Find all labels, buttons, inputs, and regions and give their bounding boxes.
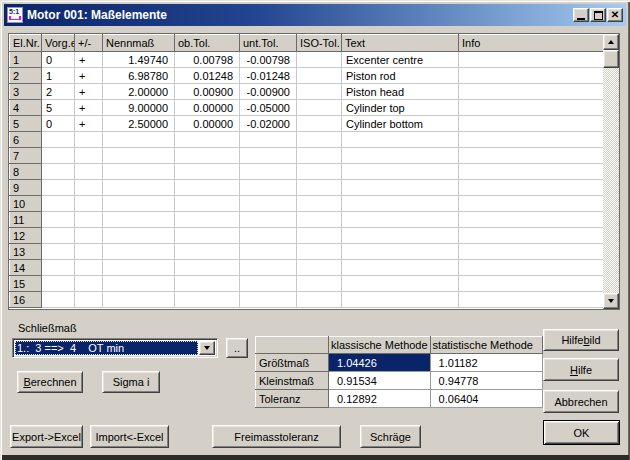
grid-cell[interactable] xyxy=(75,276,103,292)
grid-cell[interactable] xyxy=(342,196,459,212)
grid-cell[interactable]: -0.02000 xyxy=(240,116,297,132)
grid-cell[interactable] xyxy=(175,212,240,228)
grid-cell[interactable]: 0.00798 xyxy=(175,52,240,68)
grid-cell[interactable]: -0.01248 xyxy=(240,68,297,84)
grid-cell[interactable]: -0.00900 xyxy=(240,84,297,100)
grid-cell[interactable] xyxy=(103,148,175,164)
grid-cell[interactable] xyxy=(297,180,342,196)
grid-cell[interactable] xyxy=(175,196,240,212)
column-header[interactable]: +/- xyxy=(75,35,103,52)
row-number-cell[interactable]: 14 xyxy=(10,260,42,276)
row-number-cell[interactable]: 5 xyxy=(10,116,42,132)
grid-cell[interactable]: Piston head xyxy=(342,84,459,100)
grid-cell[interactable] xyxy=(75,228,103,244)
grid-cell[interactable] xyxy=(42,228,75,244)
schraege-button[interactable]: Schräge xyxy=(360,425,421,448)
grid-cell[interactable] xyxy=(297,244,342,260)
results-value-cell[interactable]: 1.04426 xyxy=(329,354,431,372)
grid-cell[interactable]: 5 xyxy=(42,100,75,116)
column-header[interactable]: Vorg.el. xyxy=(42,35,75,52)
results-value-cell[interactable]: 0.94778 xyxy=(430,372,542,390)
grid-cell[interactable] xyxy=(297,132,342,148)
grid-cell[interactable] xyxy=(342,228,459,244)
grid-cell[interactable] xyxy=(103,260,175,276)
grid-cell[interactable] xyxy=(42,164,75,180)
grid-cell[interactable] xyxy=(103,212,175,228)
grid-cell[interactable] xyxy=(42,212,75,228)
scroll-up-button[interactable] xyxy=(603,34,619,50)
grid-cell[interactable]: 2 xyxy=(42,84,75,100)
grid-cell[interactable] xyxy=(297,100,342,116)
grid-cell[interactable] xyxy=(342,260,459,276)
scrollbar-track[interactable] xyxy=(603,68,619,293)
scrollbar-thumb[interactable] xyxy=(603,50,619,68)
grid-cell[interactable] xyxy=(297,52,342,68)
grid-cell[interactable] xyxy=(42,132,75,148)
grid-cell[interactable] xyxy=(103,132,175,148)
grid-cell[interactable]: 6.98780 xyxy=(103,68,175,84)
grid-cell[interactable] xyxy=(240,132,297,148)
grid-cell[interactable] xyxy=(42,180,75,196)
ok-button[interactable]: OK xyxy=(543,420,620,445)
grid-cell[interactable] xyxy=(342,276,459,292)
grid-cell[interactable] xyxy=(103,292,175,308)
grid-cell[interactable] xyxy=(175,180,240,196)
grid-cell[interactable] xyxy=(75,260,103,276)
grid-cell[interactable] xyxy=(342,292,459,308)
grid-cell[interactable]: 0 xyxy=(42,52,75,68)
grid-cell[interactable]: Cylinder bottom xyxy=(342,116,459,132)
row-number-cell[interactable]: 2 xyxy=(10,68,42,84)
grid-cell[interactable]: 0.00000 xyxy=(175,116,240,132)
grid-cell[interactable]: + xyxy=(75,84,103,100)
grid-cell[interactable] xyxy=(240,180,297,196)
grid-cell[interactable] xyxy=(42,244,75,260)
grid-cell[interactable]: 2.00000 xyxy=(103,84,175,100)
grid-cell[interactable] xyxy=(175,260,240,276)
grid-cell[interactable] xyxy=(75,212,103,228)
grid-cell[interactable] xyxy=(240,196,297,212)
grid-cell[interactable] xyxy=(75,196,103,212)
grid-cell[interactable] xyxy=(297,228,342,244)
freimasstoleranz-button[interactable]: Freimasstoleranz xyxy=(212,425,341,448)
grid-cell[interactable]: -0.00798 xyxy=(240,52,297,68)
grid-cell[interactable] xyxy=(75,164,103,180)
grid-cell[interactable] xyxy=(459,164,604,180)
grid-cell[interactable] xyxy=(342,148,459,164)
grid-cell[interactable] xyxy=(459,260,604,276)
grid-cell[interactable] xyxy=(459,84,604,100)
berechnen-button[interactable]: Berechnen xyxy=(17,371,83,393)
hilfe-button[interactable]: Hilfe xyxy=(543,358,619,381)
grid-cell[interactable] xyxy=(42,292,75,308)
grid-cell[interactable] xyxy=(459,196,604,212)
row-number-cell[interactable]: 4 xyxy=(10,100,42,116)
grid-cell[interactable] xyxy=(75,148,103,164)
grid-cell[interactable]: + xyxy=(75,68,103,84)
grid-cell[interactable]: Cylinder top xyxy=(342,100,459,116)
row-number-cell[interactable]: 6 xyxy=(10,132,42,148)
grid-cell[interactable] xyxy=(240,212,297,228)
grid-cell[interactable]: Piston rod xyxy=(342,68,459,84)
grid-cell[interactable]: 0.00000 xyxy=(175,100,240,116)
grid-cell[interactable] xyxy=(459,100,604,116)
grid-cell[interactable] xyxy=(175,276,240,292)
grid-cell[interactable]: 0.01248 xyxy=(175,68,240,84)
grid-cell[interactable] xyxy=(75,180,103,196)
hilfebild-button[interactable]: Hilfebild xyxy=(543,329,619,351)
grid-cell[interactable] xyxy=(175,244,240,260)
grid-cell[interactable] xyxy=(297,292,342,308)
grid-cell[interactable] xyxy=(342,132,459,148)
grid-cell[interactable] xyxy=(459,292,604,308)
grid-cell[interactable] xyxy=(240,164,297,180)
grid-cell[interactable] xyxy=(342,164,459,180)
abbrechen-button[interactable]: Abbrechen xyxy=(543,390,619,413)
grid-cell[interactable] xyxy=(297,196,342,212)
row-number-cell[interactable]: 10 xyxy=(10,196,42,212)
grid-cell[interactable] xyxy=(297,276,342,292)
grid-cell[interactable] xyxy=(297,116,342,132)
grid-cell[interactable]: 1.49740 xyxy=(103,52,175,68)
grid-cell[interactable]: 1 xyxy=(42,68,75,84)
results-value-cell[interactable]: 0.12892 xyxy=(329,390,431,408)
grid-cell[interactable] xyxy=(42,260,75,276)
grid-cell[interactable] xyxy=(75,132,103,148)
grid-cell[interactable] xyxy=(103,164,175,180)
